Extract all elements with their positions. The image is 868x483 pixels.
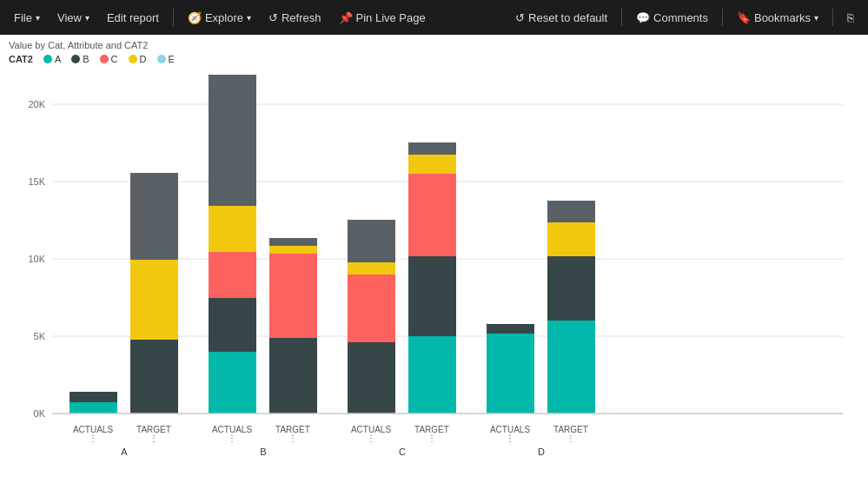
bar-a-actuals-seg2 <box>70 392 117 402</box>
menu-dots-a-actuals: ⋮ <box>65 399 74 408</box>
explore-menu[interactable]: 🧭 Explore ▾ <box>181 8 258 28</box>
edit-report-label: Edit report <box>107 11 159 24</box>
menu-dots-b-actuals: ⋮ <box>204 72 213 82</box>
reset-icon: ↺ <box>515 11 525 24</box>
legend-item-c: C <box>100 54 118 64</box>
y-label-15k: 15K <box>28 176 45 187</box>
legend-dot-a <box>43 55 52 63</box>
bar-c-target-seg4 <box>408 155 456 174</box>
bar-a-target-seg3 <box>130 173 178 260</box>
edit-report-button[interactable]: Edit report <box>100 8 166 28</box>
comments-icon: 💬 <box>636 11 650 24</box>
bar-a-target-seg1 <box>130 340 178 414</box>
bar-dots-c-target: ⋮ <box>427 433 436 443</box>
reset-label: Reset to default <box>528 11 607 24</box>
sep2 <box>621 9 622 26</box>
bar-dots-a-target: ⋮ <box>149 433 158 443</box>
bar-dots-b-target: ⋮ <box>288 433 297 443</box>
legend-item-e: E <box>157 54 175 64</box>
bar-c-actuals-seg1 <box>348 342 395 414</box>
y-label-20k: 20K <box>28 99 45 109</box>
y-label-10k: 10K <box>28 254 45 264</box>
comments-label: Comments <box>653 11 708 24</box>
bar-b-actuals-seg5 <box>209 75 256 206</box>
legend-dot-d <box>129 55 137 63</box>
group-label-b: B <box>260 447 266 457</box>
menu-dots-b-target: ⋮ <box>265 235 274 245</box>
legend-label-e: E <box>169 54 175 64</box>
menu-dots-d-target: ⋮ <box>543 198 552 208</box>
bar-dots-c-actuals: ⋮ <box>367 433 375 443</box>
chart-area: Value by Cat, Attribute and CAT2 CAT2 A … <box>0 35 868 474</box>
legend-label-b: B <box>83 54 89 64</box>
bar-c-actuals-seg4 <box>348 220 395 262</box>
bar-a-target-seg2 <box>130 260 178 340</box>
menu-dots-d-actuals: ⋮ <box>482 321 491 331</box>
legend-title: CAT2 <box>9 54 33 64</box>
bookmark-icon: 🔖 <box>737 11 751 24</box>
sep1 <box>173 9 174 26</box>
compass-icon: 🧭 <box>188 11 202 24</box>
bar-b-target-seg2 <box>269 254 317 338</box>
bar-dots-b-actuals: ⋮ <box>228 433 236 443</box>
bar-c-actuals-seg2 <box>348 275 395 342</box>
bookmarks-chevron: ▾ <box>814 13 818 23</box>
menu-dots-c-actuals: ⋮ <box>343 217 352 227</box>
bar-c-target-seg3 <box>408 174 456 256</box>
legend-label-d: D <box>140 54 147 64</box>
bar-a-actuals-seg1 <box>70 402 117 414</box>
menu-dots-c-target: ⋮ <box>404 140 413 149</box>
bar-dots-a-actuals: ⋮ <box>89 433 97 443</box>
refresh-label: Refresh <box>282 11 321 24</box>
bar-c-target-seg2 <box>408 256 456 336</box>
view-menu[interactable]: View ▾ <box>50 8 96 28</box>
pin-live-page-label: Pin Live Page <box>356 11 426 24</box>
refresh-icon: ↺ <box>268 11 278 24</box>
refresh-button[interactable]: ↺ Refresh <box>262 8 328 28</box>
bar-d-target-seg2 <box>547 256 595 321</box>
group-label-c: C <box>399 447 406 457</box>
bar-chart: 0K 5K 10K 15K 20K ACTUALS ⋮ TARGET ⋮ <box>9 66 859 474</box>
file-menu[interactable]: File ▾ <box>7 8 47 28</box>
bar-b-target-seg3 <box>269 246 317 254</box>
bar-c-actuals-seg3 <box>348 262 395 275</box>
comments-button[interactable]: 💬 Comments <box>629 8 715 28</box>
group-label-a: A <box>121 447 128 457</box>
bar-d-actuals-seg2 <box>487 324 534 334</box>
bookmarks-label: Bookmarks <box>754 11 811 24</box>
bar-b-target-seg1 <box>269 338 317 414</box>
sep3 <box>722 9 723 26</box>
view-label: View <box>57 11 82 24</box>
pin-live-page-button[interactable]: 📌 Pin Live Page <box>332 8 433 28</box>
view-chevron: ▾ <box>85 13 89 23</box>
y-label-0k: 0K <box>34 408 46 419</box>
bar-c-target-seg5 <box>408 142 456 155</box>
bar-d-actuals-seg1 <box>487 334 534 414</box>
menu-dots-a-target: ⋮ <box>126 171 135 181</box>
sep4 <box>832 9 833 26</box>
bar-b-actuals-seg4 <box>209 206 256 252</box>
bar-d-target-seg4 <box>547 201 595 222</box>
legend-dot-b <box>71 55 80 63</box>
legend-item-b: B <box>71 54 89 64</box>
bar-b-actuals-seg1 <box>209 352 256 414</box>
legend-label-a: A <box>55 54 61 64</box>
bar-b-target-seg4 <box>269 238 317 246</box>
bar-b-actuals-seg3 <box>209 252 256 298</box>
legend-dot-c <box>100 55 109 63</box>
share-button[interactable]: ⎘ <box>840 8 861 28</box>
pin-icon: 📌 <box>339 11 353 24</box>
toolbar: File ▾ View ▾ Edit report 🧭 Explore ▾ ↺ … <box>0 0 868 35</box>
explore-chevron: ▾ <box>247 13 251 23</box>
reset-to-default-button[interactable]: ↺ Reset to default <box>508 8 614 28</box>
bookmarks-button[interactable]: 🔖 Bookmarks ▾ <box>730 8 825 28</box>
explore-label: Explore <box>205 11 243 24</box>
legend-item-a: A <box>43 54 61 64</box>
bar-dots-d-actuals: ⋮ <box>506 433 514 443</box>
legend-dot-e <box>157 55 166 63</box>
file-label: File <box>14 11 32 24</box>
y-label-5k: 5K <box>34 331 46 341</box>
share-icon: ⎘ <box>847 11 854 24</box>
bar-dots-d-target: ⋮ <box>567 433 575 443</box>
bar-b-actuals-seg2 <box>209 298 256 352</box>
